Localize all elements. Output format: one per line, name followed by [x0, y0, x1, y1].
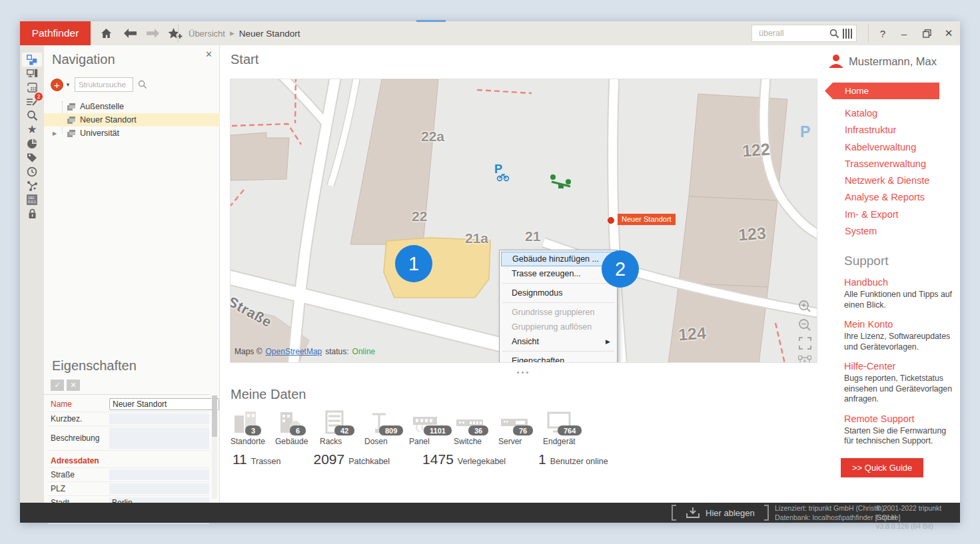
- restore-button[interactable]: [916, 21, 937, 45]
- tree-item-universitaet[interactable]: ▶ Universität: [44, 127, 220, 140]
- total-benutzer-online: 1 Benutzer online: [538, 451, 608, 467]
- tree-item-label: Neuer Standort: [80, 115, 137, 125]
- stat-racks: 42 Racks: [320, 410, 364, 446]
- add-structure-button[interactable]: +: [51, 79, 63, 91]
- map-select-area-button[interactable]: A: [797, 355, 812, 363]
- home-icon: [101, 28, 112, 39]
- support-title: Support: [844, 254, 960, 268]
- app-window: Pathfinder Übersicht ▶ Neuer Standort: [20, 21, 960, 523]
- svg-text:P: P: [494, 162, 502, 176]
- map-zoom-out-button[interactable]: [797, 318, 812, 332]
- sidebar-item-home-active[interactable]: Home: [825, 83, 939, 99]
- scrollbar-thumb[interactable]: [212, 396, 217, 437]
- stat-label: Standorte: [231, 437, 275, 446]
- support-mein-konto: Mein Konto Ihre Lizenz, Softwareupdates …: [844, 319, 956, 352]
- structure-search-icon[interactable]: [138, 80, 147, 89]
- map-zoom-in-button[interactable]: [797, 299, 812, 313]
- stat-label: Panel: [409, 437, 454, 446]
- user-icon: [828, 54, 844, 69]
- quick-guide-button[interactable]: >> Quick Guide: [841, 458, 923, 477]
- global-search-input[interactable]: [757, 28, 829, 39]
- structure-search-input[interactable]: [75, 77, 133, 92]
- openstreetmap-link[interactable]: OpenStreetMap: [266, 347, 322, 356]
- lock-icon: [27, 208, 37, 219]
- version-line: v3.8.0.126 (64 Bit): [876, 522, 960, 531]
- navigation-close-icon[interactable]: ✕: [205, 49, 213, 59]
- site-marker-label[interactable]: Neuer Standort: [618, 214, 676, 225]
- status-label: status:: [325, 347, 348, 356]
- properties-divider: [44, 394, 211, 395]
- menu-item-ansicht[interactable]: Ansicht▶: [501, 334, 616, 349]
- home-button[interactable]: [95, 21, 117, 45]
- support-link[interactable]: Remote Support: [844, 413, 956, 424]
- add-dropdown-caret-icon[interactable]: ▼: [65, 82, 71, 88]
- menu-item-designmodus[interactable]: Designmodus: [501, 286, 616, 300]
- minimize-button[interactable]: –: [893, 21, 915, 45]
- add-favorite-button[interactable]: [164, 21, 187, 45]
- breadcrumb-parent[interactable]: Übersicht: [189, 29, 225, 39]
- property-value[interactable]: [109, 469, 209, 480]
- menu-item-gebaeude-hinzufuegen[interactable]: Gebäude hinzufügen ...: [501, 252, 616, 266]
- sidebar-item-im-export[interactable]: Im- & Export: [845, 206, 960, 223]
- tool-reports[interactable]: [22, 136, 42, 150]
- support-link[interactable]: Handbuch: [844, 277, 956, 288]
- tool-workstation[interactable]: [22, 67, 42, 81]
- tool-topology[interactable]: [22, 53, 42, 67]
- structure-tree: Außenstelle Neuer Standort ▶ Universität: [44, 100, 220, 140]
- tool-ip-addresses[interactable]: 192.0.0.1: [22, 192, 42, 206]
- close-button[interactable]: ✕: [938, 21, 959, 45]
- tool-search[interactable]: [22, 109, 42, 123]
- support-link[interactable]: Hilfe-Center: [844, 361, 956, 372]
- menu-item-eigenschaften[interactable]: Eigenschaften...: [501, 354, 616, 363]
- forward-button[interactable]: [141, 21, 164, 45]
- site-marker-dot[interactable]: [608, 217, 614, 224]
- apply-button[interactable]: ✓: [51, 380, 64, 391]
- property-name-input[interactable]: [109, 398, 219, 410]
- sidebar-item-trassenverwaltung[interactable]: Trassenverwaltung: [845, 156, 960, 172]
- sidebar-item-system[interactable]: System: [845, 223, 960, 240]
- expander-icon[interactable]: ▶: [53, 131, 57, 136]
- navigation-title: Navigation: [52, 52, 115, 67]
- property-value[interactable]: [109, 413, 209, 424]
- drop-zone[interactable]: Hier ablegen: [672, 504, 769, 521]
- help-button[interactable]: ?: [872, 21, 893, 45]
- panel-splitter-handle[interactable]: •••: [230, 368, 817, 376]
- breadcrumb: Übersicht ▶ Neuer Standort: [189, 21, 300, 45]
- menu-item-trasse-erzeugen[interactable]: Trasse erzeugen...: [501, 266, 616, 281]
- map-fit-view-button[interactable]: [797, 336, 812, 350]
- tool-favorites[interactable]: ★: [22, 123, 42, 136]
- map-canvas[interactable]: P 22a 122 22 123 21a 21 124 Straße P: [230, 79, 817, 363]
- sidebar-item-infrastruktur[interactable]: Infrastruktur: [845, 122, 960, 138]
- tool-tags[interactable]: [22, 150, 42, 164]
- tool-network[interactable]: [22, 178, 42, 192]
- ip-address-icon: 192.0.0.1: [27, 194, 37, 205]
- support-desc: Starten Sie die Fernwartung für technisc…: [844, 426, 956, 447]
- statistics-row: 3 Standorte 6 Gebäude 42 Racks 809 Dosen: [231, 410, 591, 446]
- search-icon[interactable]: [829, 29, 839, 39]
- barcode-scan-icon[interactable]: [843, 29, 853, 39]
- back-button[interactable]: [119, 21, 141, 45]
- tool-security[interactable]: [22, 206, 42, 220]
- tool-history[interactable]: [22, 164, 42, 178]
- topology-icon: [27, 55, 37, 65]
- support-link[interactable]: Mein Konto: [844, 319, 956, 330]
- site-icon: [67, 116, 76, 125]
- discard-button[interactable]: ✕: [67, 380, 80, 391]
- tree-item-neuer-standort[interactable]: Neuer Standort: [44, 113, 220, 127]
- tree-item-aussenstelle[interactable]: Außenstelle: [44, 100, 220, 113]
- bracket-left: [672, 505, 676, 521]
- tool-tasks[interactable]: 2: [22, 95, 42, 109]
- site-icon: [67, 103, 76, 111]
- annotation-callout-2: 2: [602, 250, 639, 288]
- sidebar-item-katalog[interactable]: Katalog: [845, 105, 960, 122]
- user-account[interactable]: Mustermann, Max: [828, 54, 960, 69]
- property-value[interactable]: [109, 427, 209, 449]
- stat-endgeraet: 764 Endgerät: [543, 410, 591, 446]
- property-value[interactable]: [109, 483, 209, 494]
- properties-scrollbar[interactable]: [212, 396, 217, 499]
- sidebar-item-analyse-reports[interactable]: Analyse & Reports: [845, 189, 960, 206]
- sidebar-item-netzwerk-dienste[interactable]: Netzwerk & Dienste: [845, 172, 960, 189]
- app-menu-button[interactable]: Pathfinder: [20, 21, 91, 45]
- support-handbuch: Handbuch Alle Funktionen und Tipps auf e…: [844, 277, 956, 310]
- sidebar-item-kabelverwaltung[interactable]: Kabelverwaltung: [845, 139, 960, 156]
